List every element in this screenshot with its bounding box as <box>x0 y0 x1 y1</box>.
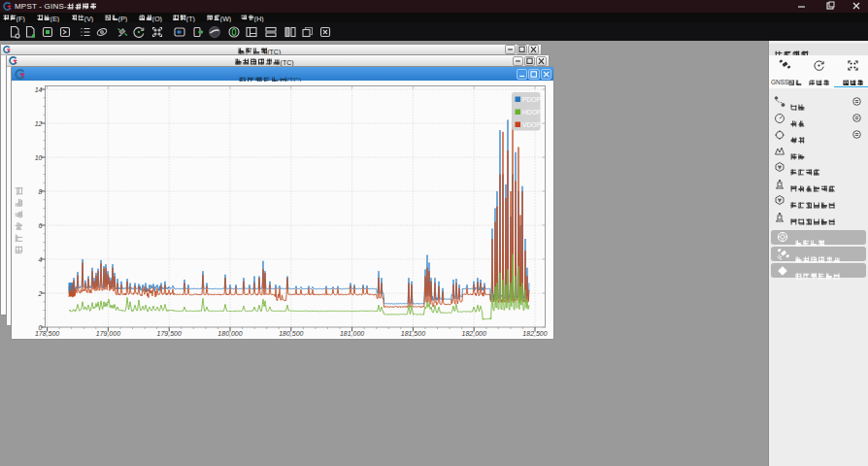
svg-text:179,000: 179,000 <box>96 330 120 337</box>
svg-text:HDOP: HDOP <box>522 108 542 115</box>
svg-text:181,500: 181,500 <box>401 330 425 337</box>
svg-text:PDOP: PDOP <box>522 95 541 102</box>
svg-text:VDOP: VDOP <box>522 120 541 127</box>
svg-text:10: 10 <box>35 153 43 160</box>
svg-text:179,500: 179,500 <box>157 330 182 337</box>
svg-text:182,500: 182,500 <box>522 330 547 337</box>
svg-text:181,000: 181,000 <box>340 330 364 337</box>
svg-text:178,500: 178,500 <box>35 330 59 337</box>
svg-text:4: 4 <box>39 255 43 262</box>
svg-text:6: 6 <box>39 221 43 228</box>
svg-text:2: 2 <box>38 289 43 296</box>
svg-text:182,000: 182,000 <box>462 330 486 337</box>
svg-text:180,000: 180,000 <box>217 330 242 337</box>
svg-text:14: 14 <box>35 85 43 92</box>
svg-text:180,500: 180,500 <box>279 330 303 337</box>
svg-text:12: 12 <box>35 119 43 126</box>
svg-text:8: 8 <box>39 187 43 194</box>
